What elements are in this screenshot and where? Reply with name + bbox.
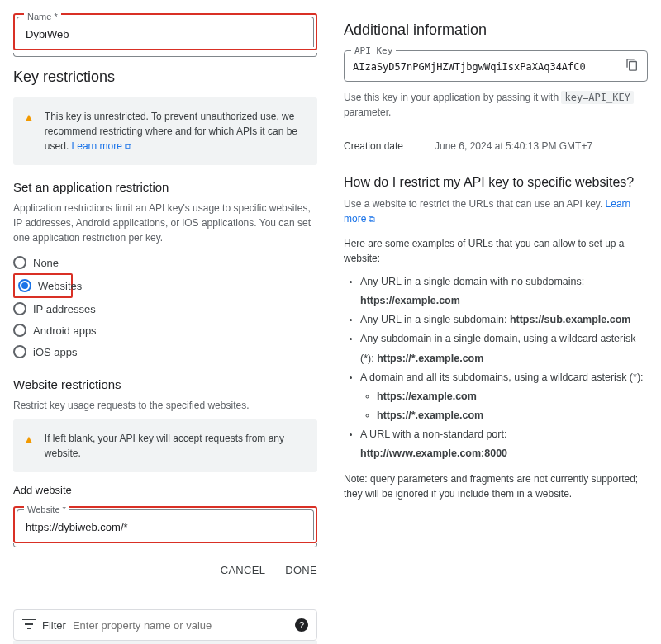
radio-ios[interactable]: iOS apps <box>13 341 317 362</box>
radio-icon <box>18 279 31 292</box>
website-label: Website * <box>24 504 69 514</box>
examples-intro: Here are some examples of URLs that you … <box>344 236 648 266</box>
radio-icon <box>13 324 26 337</box>
name-field-bottom <box>13 53 317 57</box>
external-link-icon: ⧉ <box>125 140 131 154</box>
blank-warning-text: If left blank, your API key will accept … <box>45 431 307 461</box>
list-item: Any URL in a single subdomain: https://s… <box>360 310 648 329</box>
warning-icon: ▲ <box>23 431 35 461</box>
external-link-icon: ⧉ <box>369 212 375 226</box>
done-button[interactable]: DONE <box>285 564 317 576</box>
list-item: https://example.com <box>377 387 648 406</box>
website-field[interactable]: Website * <box>17 509 314 540</box>
list-item: A URL with a non-standard port: http://w… <box>360 425 648 463</box>
filter-input[interactable] <box>73 619 288 632</box>
api-key-label: API Key <box>351 45 396 56</box>
radio-websites[interactable]: Websites <box>18 275 68 296</box>
api-key-field: API Key AIzaSyD57nPGMjHZWTjbgwWqiIsxPaXA… <box>344 50 648 82</box>
usage-text: Use this key in your application by pass… <box>344 90 648 120</box>
websites-table-header: Status Website Edit <box>13 641 317 644</box>
api-key-value: AIzaSyD57nPGMjHZWTjbgwWqiIsxPaXAq34AfC0 <box>353 61 586 73</box>
website-restrictions-heading: Website restrictions <box>13 377 317 391</box>
radio-none[interactable]: None <box>13 252 317 273</box>
list-item: Any subdomain in a single domain, using … <box>360 329 648 367</box>
creation-date-label: Creation date <box>344 140 435 152</box>
app-restriction-radios: None Websites IP addresses Android apps … <box>13 252 317 362</box>
filter-bar: Filter ? <box>13 609 317 641</box>
name-label: Name * <box>24 12 61 21</box>
app-restriction-heading: Set an application restriction <box>13 180 317 194</box>
howto-note: Note: query parameters and fragments are… <box>344 471 648 501</box>
radio-icon <box>13 256 26 269</box>
copy-icon <box>625 59 639 72</box>
key-restrictions-heading: Key restrictions <box>13 69 317 86</box>
add-website-actions: CANCEL DONE <box>13 564 317 576</box>
name-input[interactable] <box>26 28 305 40</box>
website-field-bottom <box>13 543 317 547</box>
howto-heading: How do I restrict my API key to specific… <box>344 175 648 190</box>
cancel-button[interactable]: CANCEL <box>221 564 266 576</box>
warning-icon: ▲ <box>23 109 35 154</box>
howto-desc: Use a website to restrict the URLs that … <box>344 197 648 226</box>
website-restrictions-desc: Restrict key usage requests to the speci… <box>13 398 317 413</box>
examples-list: Any URL in a single domain with no subdo… <box>360 272 648 463</box>
creation-date-value: June 6, 2024 at 5:40:13 PM GMT+7 <box>435 140 648 152</box>
add-website-section: Add website Website * <box>13 484 317 547</box>
list-item: Any URL in a single domain with no subdo… <box>360 272 648 310</box>
unrestricted-warning: ▲ This key is unrestricted. To prevent u… <box>13 97 317 165</box>
filter-icon <box>22 618 36 632</box>
help-icon[interactable]: ? <box>295 618 308 632</box>
radio-icon <box>13 345 26 358</box>
creation-date-row: Creation date June 6, 2024 at 5:40:13 PM… <box>344 130 648 159</box>
filter-label: Filter <box>42 619 66 632</box>
app-restriction-desc: Application restrictions limit an API ke… <box>13 201 317 245</box>
usage-code: key=API_KEY <box>561 91 633 104</box>
blank-warning: ▲ If left blank, your API key will accep… <box>13 419 317 472</box>
website-input[interactable] <box>26 521 305 533</box>
radio-ip[interactable]: IP addresses <box>13 298 317 320</box>
radio-icon <box>13 302 26 315</box>
list-item: https://*.example.com <box>377 406 648 425</box>
add-website-heading: Add website <box>13 484 317 496</box>
copy-button[interactable] <box>625 59 639 74</box>
additional-info-heading: Additional information <box>344 21 648 39</box>
list-item: A domain and all its subdomains, using a… <box>360 368 648 425</box>
learn-more-link[interactable]: Learn more⧉ <box>72 140 131 152</box>
name-field[interactable]: Name * <box>17 17 314 47</box>
radio-android[interactable]: Android apps <box>13 320 317 341</box>
